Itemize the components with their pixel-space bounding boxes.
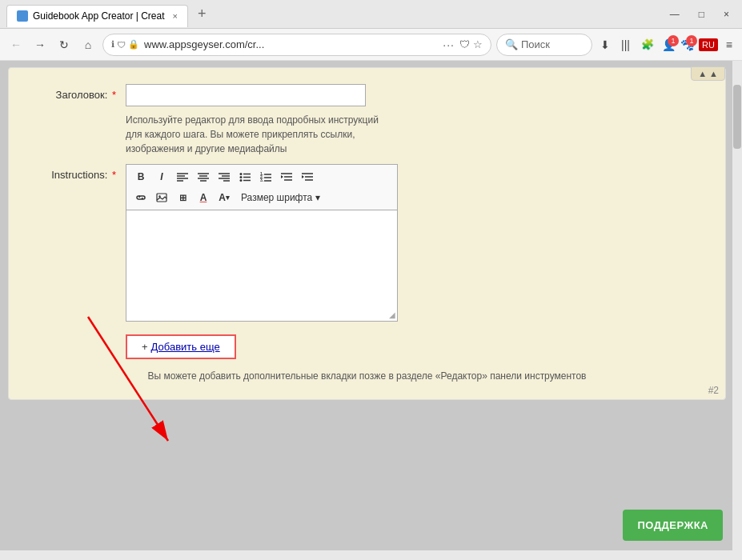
link-btn[interactable]: [131, 189, 150, 206]
address-more-btn[interactable]: ···: [443, 38, 455, 51]
header-required: *: [112, 89, 116, 101]
browser-chrome: Guidebook App Creator | Creat × + — □ × …: [0, 0, 742, 61]
new-tab-btn[interactable]: +: [193, 6, 211, 22]
toolbar-row-2: ⊞ A A ▾ Размер шрифта ▾: [131, 189, 392, 206]
instructions-required: *: [112, 169, 116, 181]
indent-btn[interactable]: [298, 168, 317, 186]
align-center-btn[interactable]: [194, 168, 213, 186]
security-icons: ℹ 🛡 🔒: [111, 39, 139, 50]
tab-title: Guidebook App Creator | Creat: [33, 10, 165, 22]
search-icon: 🔍: [505, 38, 518, 50]
shield-addr-icon: 🛡: [459, 38, 470, 50]
svg-point-14: [240, 176, 243, 178]
header-field-row: Заголовок: *: [28, 84, 706, 106]
browser-titlebar: Guidebook App Creator | Creat × + — □ ×: [0, 0, 742, 29]
address-bar[interactable]: ℹ 🛡 🔒 www.appsgeyser.com/cr... ··· 🛡 ☆: [102, 34, 491, 56]
hint-text: Вы можете добавить дополнительные вкладк…: [28, 369, 706, 383]
svg-point-33: [158, 195, 160, 197]
step-number: #2: [708, 385, 719, 396]
svg-point-12: [240, 173, 243, 175]
add-more-label: Добавить еще: [151, 341, 220, 353]
align-left-btn[interactable]: [173, 168, 192, 186]
tab-close-btn[interactable]: ×: [173, 11, 178, 21]
table-btn[interactable]: ⊞: [173, 189, 192, 206]
svg-marker-27: [281, 175, 283, 178]
back-btn[interactable]: ←: [6, 35, 26, 54]
bookmarks-icon[interactable]: |||: [618, 37, 633, 53]
scrollbar-right[interactable]: [732, 61, 742, 560]
search-box[interactable]: 🔍 Поиск: [496, 34, 592, 56]
form-card: ▲ ▲ Заголовок: * Используйте редактор дл…: [8, 67, 726, 400]
extensions-icon: 🧩: [638, 37, 657, 52]
tab-bar: Guidebook App Creator | Creat × +: [6, 0, 211, 28]
refresh-btn[interactable]: ↻: [54, 35, 74, 54]
home-btn[interactable]: ⌂: [78, 35, 98, 54]
address-text: www.appsgeyser.com/cr...: [144, 38, 438, 50]
scrollbar-thumb[interactable]: [733, 85, 741, 149]
svg-point-16: [240, 179, 243, 182]
svg-marker-31: [302, 175, 304, 178]
menu-icon[interactable]: ≡: [723, 37, 736, 53]
header-input[interactable]: [126, 84, 366, 106]
support-btn[interactable]: ПОДДЕРЖКА: [623, 510, 723, 541]
scrollbar-bottom[interactable]: [0, 550, 732, 560]
profile-badge[interactable]: 👤 1: [662, 38, 676, 51]
instructions-label: Instructions: *: [28, 164, 116, 181]
toolbar-row-1: B I: [131, 168, 392, 186]
font-color-btn[interactable]: A: [194, 189, 213, 206]
image-btn[interactable]: [152, 189, 171, 206]
close-btn[interactable]: ×: [717, 7, 736, 22]
page-content: ▲ ▲ Заголовок: * Используйте редактор дл…: [0, 61, 742, 560]
restore-btn[interactable]: □: [692, 7, 711, 22]
add-more-section: + Добавить еще: [28, 334, 706, 359]
browser-addressbar: ← → ↻ ⌂ ℹ 🛡 🔒 www.appsgeyser.com/cr... ·…: [0, 29, 742, 61]
tab-favicon: [17, 10, 28, 22]
helper-row: Используйте редактор для ввода подробных…: [126, 113, 706, 156]
editor-toolbar: B I: [126, 164, 398, 210]
italic-btn[interactable]: I: [152, 168, 171, 186]
window-controls: — □ ×: [664, 7, 736, 22]
lock-icon: 🔒: [128, 39, 139, 50]
notify-badge[interactable]: 🐾 1: [680, 38, 694, 51]
minimize-btn[interactable]: —: [664, 7, 686, 22]
info-icon: ℹ: [111, 39, 114, 50]
header-label: Заголовок: *: [28, 84, 116, 101]
editor-container: B I: [126, 164, 398, 322]
add-more-btn[interactable]: + Добавить еще: [126, 334, 236, 359]
address-icons: 🛡 ☆: [459, 38, 483, 50]
add-more-plus: +: [142, 341, 148, 353]
ul-list-btn[interactable]: [235, 168, 255, 186]
editor-body[interactable]: ◢: [126, 210, 398, 322]
download-icon[interactable]: ⬇: [597, 37, 613, 53]
font-size-btn[interactable]: Размер шрифта ▾: [235, 189, 326, 206]
shield-icon: 🛡: [117, 40, 126, 50]
star-icon: ☆: [473, 38, 483, 50]
active-tab[interactable]: Guidebook App Creator | Creat ×: [6, 5, 188, 27]
outdent-btn[interactable]: [277, 168, 296, 186]
ru-icon[interactable]: RU: [699, 38, 718, 51]
main-area: ▲ ▲ Заголовок: * Используйте редактор дл…: [0, 61, 742, 560]
browser-toolbar-right: ⬇ ||| 🧩 👤 1 🐾 1 RU ≡: [597, 37, 736, 53]
search-placeholder: Поиск: [521, 38, 550, 50]
bg-color-btn[interactable]: A ▾: [215, 189, 234, 206]
align-right-btn[interactable]: [215, 168, 234, 186]
ol-list-btn[interactable]: 1.2.3.: [256, 168, 275, 186]
forward-btn[interactable]: →: [30, 35, 50, 54]
instructions-row: Instructions: * B I: [28, 164, 706, 322]
helper-text: Используйте редактор для ввода подробных…: [126, 113, 382, 156]
bold-btn[interactable]: B: [131, 168, 150, 186]
resize-handle[interactable]: ◢: [389, 310, 395, 319]
svg-text:3.: 3.: [260, 178, 264, 182]
collapse-btn[interactable]: ▲ ▲: [691, 66, 725, 81]
